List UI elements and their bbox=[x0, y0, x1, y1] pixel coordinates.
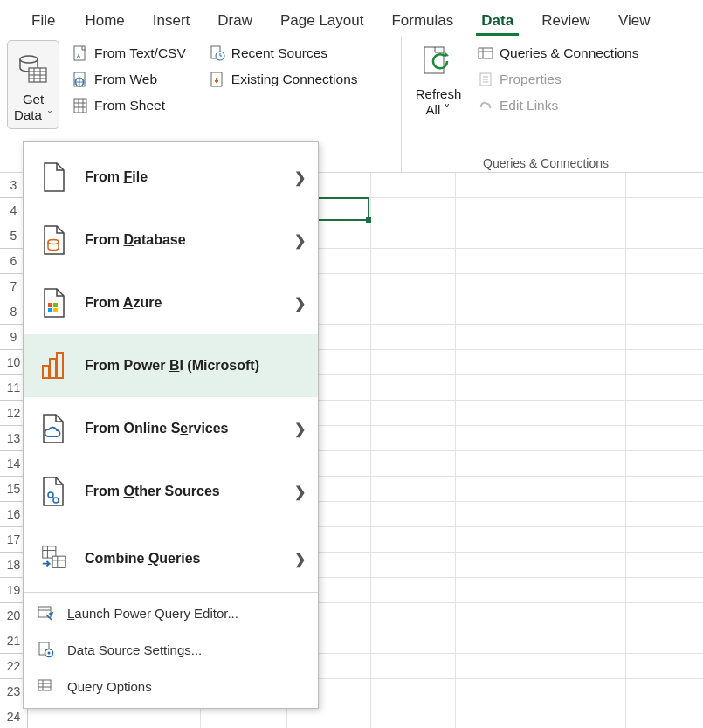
cell[interactable] bbox=[626, 679, 703, 704]
cell[interactable] bbox=[371, 628, 456, 654]
cell[interactable] bbox=[541, 426, 626, 451]
cell[interactable] bbox=[541, 704, 626, 728]
cell[interactable] bbox=[626, 704, 703, 728]
cell[interactable] bbox=[541, 401, 626, 426]
tab-page-layout[interactable]: Page Layout bbox=[266, 7, 377, 36]
cell[interactable] bbox=[626, 198, 703, 223]
cell[interactable] bbox=[371, 704, 456, 728]
cell[interactable] bbox=[541, 350, 626, 375]
cell[interactable] bbox=[371, 325, 456, 350]
cell[interactable] bbox=[541, 502, 626, 527]
cell[interactable] bbox=[456, 350, 541, 375]
cell[interactable] bbox=[371, 223, 456, 249]
menu-combine-queries[interactable]: Combine Queries ❯ bbox=[24, 527, 318, 590]
cell[interactable] bbox=[626, 325, 703, 350]
cell[interactable] bbox=[456, 578, 541, 603]
cell[interactable] bbox=[456, 223, 541, 249]
cell[interactable] bbox=[626, 628, 703, 654]
cell[interactable] bbox=[371, 654, 456, 679]
cell[interactable] bbox=[371, 401, 456, 426]
menu-from-file[interactable]: From File ❯ bbox=[24, 146, 318, 209]
cell[interactable] bbox=[371, 527, 456, 553]
cell[interactable] bbox=[456, 527, 541, 553]
cell[interactable] bbox=[456, 426, 541, 451]
cell[interactable] bbox=[456, 451, 541, 477]
cell[interactable] bbox=[626, 223, 703, 249]
cell[interactable] bbox=[371, 274, 456, 299]
menu-from-database[interactable]: From Database ❯ bbox=[24, 209, 318, 271]
menu-from-power-bi[interactable]: From Power BI (Microsoft) bbox=[24, 334, 318, 397]
tab-file[interactable]: File bbox=[16, 7, 71, 36]
cell[interactable] bbox=[456, 628, 541, 654]
get-data-button[interactable]: Get Data bbox=[7, 40, 59, 129]
cell[interactable] bbox=[626, 375, 703, 401]
menu-query-options[interactable]: Query Options bbox=[24, 668, 318, 704]
cell[interactable] bbox=[626, 553, 703, 578]
cell[interactable] bbox=[626, 426, 703, 451]
cell[interactable] bbox=[541, 628, 626, 654]
menu-from-azure[interactable]: From Azure ❯ bbox=[24, 271, 318, 334]
cell[interactable] bbox=[626, 350, 703, 375]
cell[interactable] bbox=[626, 451, 703, 477]
tab-formulas[interactable]: Formulas bbox=[377, 7, 467, 36]
cell[interactable] bbox=[371, 477, 456, 502]
cell[interactable] bbox=[541, 223, 626, 249]
from-sheet-button[interactable]: From Sheet bbox=[68, 93, 190, 119]
cell[interactable] bbox=[541, 198, 626, 223]
cell[interactable] bbox=[371, 553, 456, 578]
cell[interactable] bbox=[541, 274, 626, 299]
cell[interactable] bbox=[371, 603, 456, 628]
menu-launch-pqe[interactable]: Launch Power Query Editor... bbox=[24, 594, 318, 631]
tab-home[interactable]: Home bbox=[71, 7, 138, 36]
cell[interactable] bbox=[541, 173, 626, 198]
cell[interactable] bbox=[371, 299, 456, 325]
cell[interactable] bbox=[371, 502, 456, 527]
cell[interactable] bbox=[626, 578, 703, 603]
cell[interactable] bbox=[371, 679, 456, 704]
cell[interactable] bbox=[541, 553, 626, 578]
cell[interactable] bbox=[456, 198, 541, 223]
cell[interactable] bbox=[541, 299, 626, 325]
cell[interactable] bbox=[541, 679, 626, 704]
tab-draw[interactable]: Draw bbox=[203, 7, 266, 36]
cell[interactable] bbox=[626, 299, 703, 325]
menu-from-online-services[interactable]: From Online Services ❯ bbox=[24, 397, 318, 460]
cell[interactable] bbox=[456, 299, 541, 325]
tab-data[interactable]: Data bbox=[467, 7, 527, 36]
cell[interactable] bbox=[456, 401, 541, 426]
cell[interactable] bbox=[456, 274, 541, 299]
cell[interactable] bbox=[626, 274, 703, 299]
cell[interactable] bbox=[371, 249, 456, 274]
tab-view[interactable]: View bbox=[604, 7, 665, 36]
cell[interactable] bbox=[626, 603, 703, 628]
from-web-button[interactable]: From Web bbox=[68, 66, 190, 93]
cell[interactable] bbox=[541, 578, 626, 603]
cell[interactable] bbox=[456, 704, 541, 728]
cell[interactable] bbox=[456, 654, 541, 679]
cell[interactable] bbox=[626, 502, 703, 527]
cell[interactable] bbox=[456, 477, 541, 502]
refresh-all-button[interactable]: Refresh All ˅ bbox=[409, 40, 468, 119]
cell[interactable] bbox=[541, 527, 626, 553]
cell[interactable] bbox=[371, 198, 456, 223]
cell[interactable] bbox=[626, 249, 703, 274]
from-text-csv-button[interactable]: A From Text/CSV bbox=[68, 40, 190, 66]
cell[interactable] bbox=[456, 502, 541, 527]
cell[interactable] bbox=[626, 173, 703, 198]
menu-data-source-settings[interactable]: Data Source Settings... bbox=[24, 631, 318, 668]
recent-sources-button[interactable]: Recent Sources bbox=[205, 40, 362, 66]
tab-insert[interactable]: Insert bbox=[139, 7, 204, 36]
cell[interactable] bbox=[541, 325, 626, 350]
cell[interactable] bbox=[456, 375, 541, 401]
cell[interactable] bbox=[541, 375, 626, 401]
cell[interactable] bbox=[541, 451, 626, 477]
cell[interactable] bbox=[456, 603, 541, 628]
cell[interactable] bbox=[456, 173, 541, 198]
queries-connections-button[interactable]: Queries & Connections bbox=[473, 40, 642, 66]
cell[interactable] bbox=[541, 477, 626, 502]
cell[interactable] bbox=[541, 654, 626, 679]
cell[interactable] bbox=[371, 578, 456, 603]
cell[interactable] bbox=[626, 477, 703, 502]
cell[interactable] bbox=[456, 249, 541, 274]
cell[interactable] bbox=[371, 350, 456, 375]
